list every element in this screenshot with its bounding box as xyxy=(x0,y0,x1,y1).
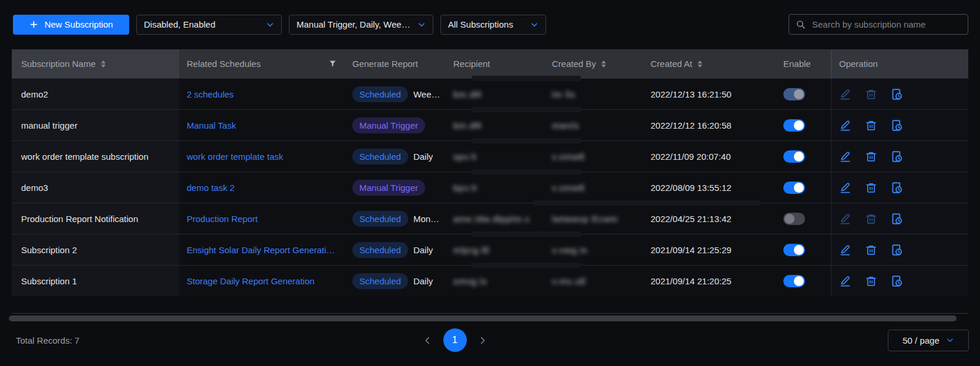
footer: Total Records: 7 1 50 / page xyxy=(0,321,980,359)
frequency-label: Mon… xyxy=(413,214,439,224)
edit-icon[interactable] xyxy=(839,182,851,194)
created-at-value: 2021/09/14 21:20:25 xyxy=(651,276,732,286)
report-history-icon[interactable] xyxy=(891,244,903,256)
edit-icon[interactable] xyxy=(839,244,851,256)
enable-toggle[interactable] xyxy=(783,88,805,100)
column-header-subscription-name[interactable]: Subscription Name xyxy=(12,49,179,78)
frequency-label: Daily xyxy=(413,152,433,162)
recipient-cell: spv.lt xyxy=(446,141,544,172)
subscription-scope-select[interactable]: All Subscriptions xyxy=(440,15,546,35)
created-by-redacted: v.smwE xyxy=(552,183,585,193)
plus-icon xyxy=(29,20,38,29)
page-size-value: 50 / page xyxy=(902,335,939,345)
enable-toggle[interactable] xyxy=(783,182,805,194)
enable-toggle[interactable] xyxy=(783,150,805,163)
created-at-value: 2022/08/09 13:55:12 xyxy=(651,183,732,193)
created-by-redacted: lm lls xyxy=(552,89,575,99)
created-by-redacted: v.smwE xyxy=(552,152,585,162)
report-history-icon[interactable] xyxy=(891,150,903,163)
related-schedule-link[interactable]: Production Report xyxy=(187,214,258,224)
table-body: demo2 2 schedules Scheduled Wee… bm.dR l… xyxy=(12,78,968,296)
edit-icon[interactable] xyxy=(839,213,851,225)
delete-icon[interactable] xyxy=(865,119,877,132)
delete-icon[interactable] xyxy=(865,275,877,287)
table-row: manual trigger Manual Task Manual Trigge… xyxy=(12,109,968,140)
created-at-value: 2022/04/25 21:13:42 xyxy=(651,214,732,224)
enable-toggle[interactable] xyxy=(783,244,805,256)
trigger-type-filter-value: Manual Trigger, Daily, Wee… xyxy=(297,19,417,29)
operation-cell xyxy=(831,141,968,172)
column-header-created-at[interactable]: Created At xyxy=(643,49,776,78)
related-schedule-link[interactable]: work order template task xyxy=(187,152,283,162)
chevron-down-icon xyxy=(417,21,426,29)
delete-icon[interactable] xyxy=(865,213,877,225)
toolbar: New Subscription Disabled, Enabled Manua… xyxy=(0,0,980,35)
enable-toggle[interactable] xyxy=(783,275,805,287)
created-at-value: 2021/09/14 21:25:29 xyxy=(651,245,732,255)
delete-icon[interactable] xyxy=(865,182,877,194)
created-by-redacted: v.vwg.m xyxy=(552,245,588,255)
column-header-related-schedules: Related Schedules xyxy=(179,49,345,78)
related-schedule-link[interactable]: Storage Daily Report Generation xyxy=(187,276,315,286)
related-schedule-link[interactable]: demo task 2 xyxy=(187,183,235,193)
table-row: work order template subscription work or… xyxy=(12,140,968,172)
edit-icon[interactable] xyxy=(839,150,851,163)
sort-icon[interactable] xyxy=(601,61,606,68)
subscription-name-cell: Production Report Notification xyxy=(12,203,179,234)
edit-icon[interactable] xyxy=(839,88,851,100)
operation-cell xyxy=(831,110,968,140)
trigger-type-badge: Manual Trigger xyxy=(352,180,425,196)
search-input[interactable] xyxy=(811,19,961,30)
delete-icon[interactable] xyxy=(865,244,877,256)
chevron-down-icon xyxy=(946,336,954,344)
created-by-redacted: lwtwwvp Ecwm xyxy=(552,214,618,224)
column-header-created-by[interactable]: Created By xyxy=(544,49,643,78)
related-schedule-link[interactable]: Manual Task xyxy=(187,120,236,130)
next-page-icon[interactable] xyxy=(477,335,487,345)
created-at-cell: 2021/09/14 21:20:25 xyxy=(643,266,776,296)
recipient-cell: bm.dR xyxy=(446,79,544,109)
scrollbar-thumb[interactable] xyxy=(9,315,957,321)
delete-icon[interactable] xyxy=(865,150,877,163)
status-filter-value: Disabled, Enabled xyxy=(144,19,266,29)
column-header-recipient: Recipient xyxy=(446,49,544,78)
status-filter-select[interactable]: Disabled, Enabled xyxy=(136,15,282,35)
enable-toggle[interactable] xyxy=(783,213,805,225)
enable-cell xyxy=(776,172,831,203)
edit-icon[interactable] xyxy=(839,119,851,132)
edit-icon[interactable] xyxy=(839,275,851,287)
recipient-redacted: bm.dR xyxy=(453,120,482,130)
sort-icon[interactable] xyxy=(101,61,106,68)
related-schedules-cell: 2 schedules xyxy=(179,79,345,109)
delete-icon[interactable] xyxy=(865,88,877,100)
related-schedule-link[interactable]: 2 schedules xyxy=(187,89,234,99)
generate-report-cell: Manual Trigger xyxy=(345,110,446,140)
related-schedule-link[interactable]: Ensight Solar Daily Report Generati… xyxy=(187,245,335,255)
report-history-icon[interactable] xyxy=(891,275,903,287)
trigger-type-badge: Manual Trigger xyxy=(352,117,425,133)
filter-icon[interactable] xyxy=(328,59,337,68)
recipient-redacted: spv.lt xyxy=(453,152,477,162)
subscription-name-cell: demo2 xyxy=(12,79,179,109)
prev-page-icon[interactable] xyxy=(423,335,433,345)
operation-cell xyxy=(831,79,968,109)
subscription-name: Subscription 2 xyxy=(21,245,77,255)
current-page-button[interactable]: 1 xyxy=(443,328,467,352)
recipient-cell: bm.dR xyxy=(446,110,544,140)
page-size-select[interactable]: 50 / page xyxy=(888,330,969,351)
subscription-name-cell: Subscription 1 xyxy=(12,266,179,296)
column-header-generate-report: Generate Report xyxy=(345,49,446,78)
new-subscription-button[interactable]: New Subscription xyxy=(13,15,129,35)
report-history-icon[interactable] xyxy=(891,213,903,225)
subscription-name: Production Report Notification xyxy=(21,214,138,224)
report-history-icon[interactable] xyxy=(891,182,903,194)
created-by-redacted: mwvls xyxy=(552,120,580,130)
sort-icon[interactable] xyxy=(698,61,702,68)
enable-toggle[interactable] xyxy=(783,119,805,132)
trigger-type-filter-select[interactable]: Manual Trigger, Daily, Wee… xyxy=(289,15,433,35)
report-history-icon[interactable] xyxy=(891,88,903,100)
search-box xyxy=(789,14,968,35)
table-header-row: Subscription Name Related Schedules Gene… xyxy=(12,49,968,78)
generate-report-cell: Manual Trigger xyxy=(345,172,446,203)
report-history-icon[interactable] xyxy=(891,119,903,132)
